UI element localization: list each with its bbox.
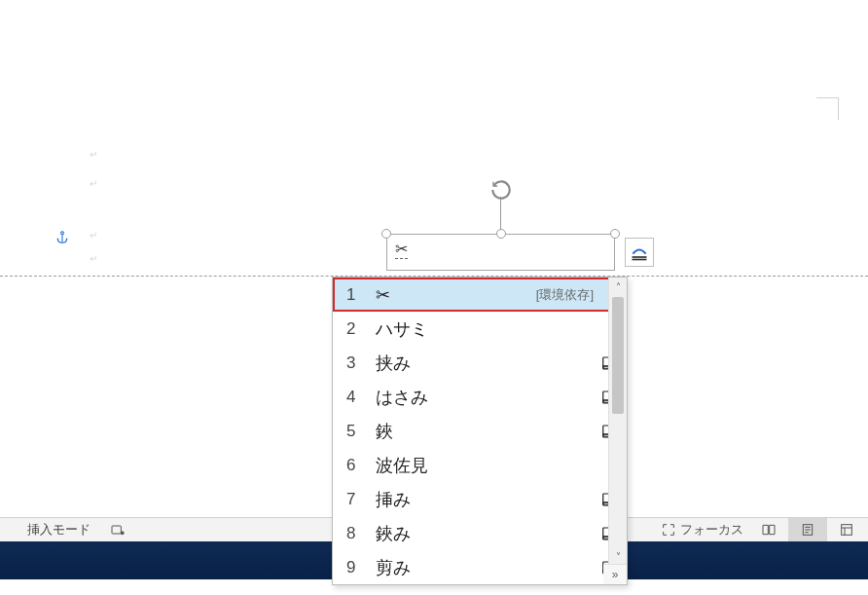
ime-candidate-text: ハサミ	[368, 317, 599, 341]
web-layout-icon[interactable]	[827, 518, 866, 541]
ime-candidate-number: 1	[346, 285, 368, 305]
ime-scrollbar[interactable]: ˄ ˅	[608, 278, 627, 565]
scroll-down-icon[interactable]: ˅	[609, 547, 627, 565]
resize-handle[interactable]	[610, 229, 620, 239]
paragraph-mark: ↵	[90, 253, 97, 264]
insert-mode-label[interactable]: 挿入モード	[27, 521, 90, 539]
macro-record-icon[interactable]	[98, 518, 137, 541]
svg-rect-4	[633, 256, 647, 258]
focus-mode-button[interactable]: フォーカス	[655, 518, 749, 541]
svg-rect-18	[112, 526, 121, 534]
ime-candidate-row[interactable]: 5鋏	[333, 414, 627, 448]
ime-candidate-number: 2	[346, 319, 368, 339]
ime-candidate-number: 5	[346, 422, 368, 441]
anchor-icon	[54, 230, 70, 249]
ime-candidate-row[interactable]: 1✂[環境依存]	[333, 278, 627, 312]
layout-options-button[interactable]	[625, 238, 654, 267]
paragraph-mark: ↵	[90, 230, 97, 241]
ime-candidate-text: ✂	[368, 284, 536, 306]
ime-candidate-row[interactable]: 9剪み	[333, 550, 627, 584]
ime-candidate-text: 波佐見	[368, 454, 599, 477]
ime-candidate-list: 1✂[環境依存]2ハサミ3挟み4はさみ5鋏6波佐見7挿み8鋏み9剪み	[333, 278, 627, 584]
svg-point-0	[61, 232, 64, 235]
resize-handle[interactable]	[381, 229, 391, 239]
scroll-up-icon[interactable]: ˄	[609, 278, 627, 295]
ime-candidate-number: 8	[346, 524, 368, 543]
read-mode-icon[interactable]	[749, 518, 788, 541]
ime-candidate-row[interactable]: 2ハサミ	[333, 312, 627, 346]
rotate-handle-icon[interactable]	[488, 177, 514, 206]
textbox-object[interactable]: ✂	[386, 234, 615, 271]
ime-candidate-row[interactable]: 4はさみ	[333, 380, 627, 414]
ime-candidate-text: 鋏み	[368, 522, 599, 545]
ime-candidate-text: 挟み	[368, 352, 599, 375]
print-layout-icon[interactable]	[788, 518, 827, 541]
paragraph-mark: ↵	[90, 149, 97, 160]
textbox-text: ✂	[395, 242, 408, 259]
ime-candidate-tag: [環境依存]	[536, 286, 594, 304]
svg-point-19	[121, 532, 124, 535]
ime-expand-button[interactable]: »	[603, 564, 627, 584]
svg-rect-24	[842, 525, 852, 536]
ime-candidate-row[interactable]: 3挟み	[333, 346, 627, 380]
svg-rect-5	[633, 259, 647, 261]
ime-candidate-number: 3	[346, 353, 368, 373]
ime-candidate-number: 9	[346, 558, 368, 577]
page-corner-marker	[816, 97, 839, 120]
ime-candidate-row[interactable]: 8鋏み	[333, 516, 627, 550]
scroll-thumb[interactable]	[612, 297, 624, 414]
textbox-content[interactable]: ✂	[386, 234, 615, 271]
ime-candidate-number: 4	[346, 388, 368, 407]
ime-candidate-text: 挿み	[368, 488, 599, 511]
ime-candidate-window: 1✂[環境依存]2ハサミ3挟み4はさみ5鋏6波佐見7挿み8鋏み9剪み ˄ ˅ »	[332, 277, 628, 585]
ime-candidate-text: 剪み	[368, 556, 599, 579]
focus-mode-label: フォーカス	[680, 521, 743, 539]
ime-candidate-text: 鋏	[368, 420, 599, 443]
paragraph-mark: ↵	[90, 178, 97, 189]
scroll-track[interactable]	[609, 295, 627, 547]
ime-candidate-number: 6	[346, 456, 368, 475]
resize-handle[interactable]	[496, 229, 506, 239]
ime-candidate-row[interactable]: 7挿み	[333, 482, 627, 516]
ime-candidate-text: はさみ	[368, 386, 599, 409]
ime-candidate-number: 7	[346, 490, 368, 509]
ime-candidate-row[interactable]: 6波佐見	[333, 448, 627, 482]
